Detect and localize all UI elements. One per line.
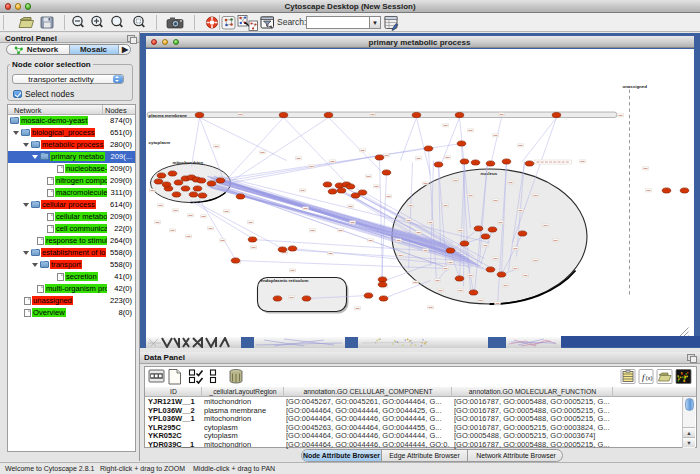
svg-text:unassigned: unassigned	[622, 83, 647, 88]
svg-text:plasma membrane: plasma membrane	[148, 112, 187, 117]
svg-text:nucleus: nucleus	[480, 170, 497, 175]
svg-text:cytoplasm: cytoplasm	[148, 139, 170, 144]
svg-text:mitochondrion: mitochondrion	[172, 160, 203, 165]
svg-text:(x): (x)	[646, 375, 653, 381]
svg-text:endoplasmic reticulum: endoplasmic reticulum	[260, 278, 308, 283]
